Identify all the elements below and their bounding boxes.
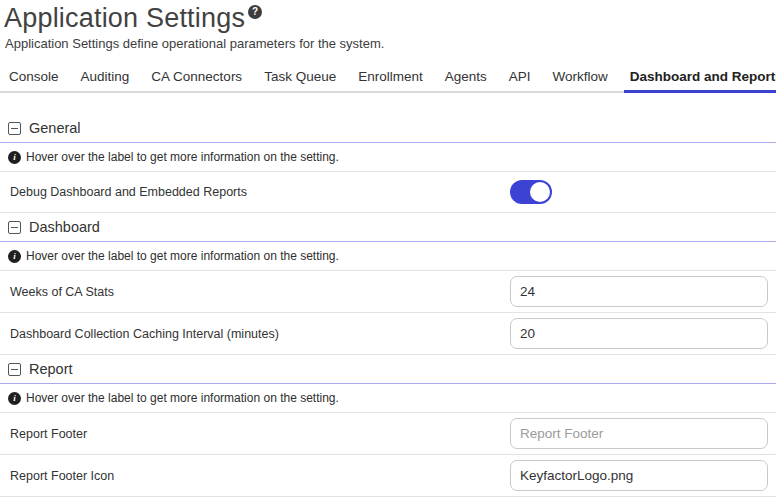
application-settings-page: Application Settings ? Application Setti… xyxy=(0,0,776,499)
collapse-icon[interactable] xyxy=(8,122,21,135)
info-banner-text: Hover over the label to get more informa… xyxy=(26,249,339,263)
report-footer-icon-input[interactable] xyxy=(510,460,768,491)
info-banner: i Hover over the label to get more infor… xyxy=(0,143,776,172)
weeks-of-ca-stats-input[interactable] xyxy=(510,276,768,307)
page-subtitle: Application Settings define operational … xyxy=(5,36,776,51)
setting-label: Report Footer xyxy=(10,427,510,441)
setting-label: Weeks of CA Stats xyxy=(10,285,510,299)
section-dashboard: Dashboard i Hover over the label to get … xyxy=(0,213,776,355)
tab-auditing[interactable]: Auditing xyxy=(75,62,136,93)
caching-interval-input[interactable] xyxy=(510,318,768,349)
section-dashboard-header: Dashboard xyxy=(0,213,776,242)
tab-task-queue[interactable]: Task Queue xyxy=(258,62,342,93)
info-banner: i Hover over the label to get more infor… xyxy=(0,384,776,413)
section-report-header: Report xyxy=(0,355,776,384)
info-banner-text: Hover over the label to get more informa… xyxy=(26,391,339,405)
info-banner: i Hover over the label to get more infor… xyxy=(0,242,776,271)
setting-row-report-footer-icon: Report Footer Icon xyxy=(0,455,776,497)
info-icon: i xyxy=(8,151,21,164)
section-title: Report xyxy=(29,361,73,377)
setting-label: Report Footer Icon xyxy=(10,469,510,483)
section-general: General i Hover over the label to get mo… xyxy=(0,114,776,213)
setting-label: Dashboard Collection Caching Interval (m… xyxy=(10,327,510,341)
collapse-icon[interactable] xyxy=(8,363,21,376)
setting-row-weeks-of-ca-stats: Weeks of CA Stats xyxy=(0,271,776,313)
info-icon: i xyxy=(8,250,21,263)
info-icon: i xyxy=(8,392,21,405)
tab-bar: Console Auditing CA Connectors Task Queu… xyxy=(0,62,776,93)
tab-dashboard-and-reports[interactable]: Dashboard and Reports xyxy=(624,62,776,93)
tab-workflow[interactable]: Workflow xyxy=(547,62,614,93)
section-general-header: General xyxy=(0,114,776,143)
setting-row-debug-dashboard: Debug Dashboard and Embedded Reports xyxy=(0,172,776,213)
page-title: Application Settings xyxy=(4,3,245,33)
report-footer-input[interactable] xyxy=(510,418,768,449)
tab-api[interactable]: API xyxy=(503,62,537,93)
toggle-knob xyxy=(530,182,550,202)
tab-console[interactable]: Console xyxy=(3,62,65,93)
collapse-icon[interactable] xyxy=(8,221,21,234)
setting-row-caching-interval: Dashboard Collection Caching Interval (m… xyxy=(0,313,776,355)
tab-agents[interactable]: Agents xyxy=(439,62,493,93)
debug-dashboard-toggle[interactable] xyxy=(510,180,552,204)
help-icon[interactable]: ? xyxy=(248,5,262,19)
section-title: General xyxy=(29,120,81,136)
section-title: Dashboard xyxy=(29,219,100,235)
setting-label: Debug Dashboard and Embedded Reports xyxy=(10,185,510,199)
setting-row-report-footer: Report Footer xyxy=(0,413,776,455)
tab-enrollment[interactable]: Enrollment xyxy=(352,62,429,93)
info-banner-text: Hover over the label to get more informa… xyxy=(26,150,339,164)
tab-ca-connectors[interactable]: CA Connectors xyxy=(145,62,248,93)
section-report: Report i Hover over the label to get mor… xyxy=(0,355,776,497)
page-header: Application Settings ? Application Setti… xyxy=(0,0,776,51)
